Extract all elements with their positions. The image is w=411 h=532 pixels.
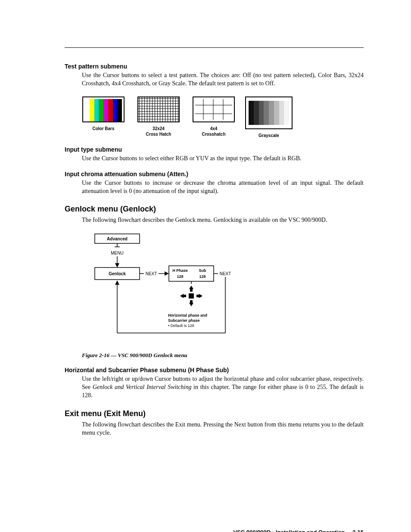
svg-rect-25 (189, 293, 194, 299)
body-input-type: Use the Cursor buttons to select either … (82, 155, 364, 163)
pattern-label: 4x4 Crosshatch (202, 126, 225, 137)
label-next-1: NEXT (146, 271, 157, 276)
svg-marker-13 (165, 271, 169, 276)
box-hphase-v1: 128 (177, 274, 183, 279)
box-genlock: Genlock (109, 271, 126, 276)
pattern-color-bars: Color Bars (82, 96, 125, 131)
pattern-label: Color Bars (92, 126, 114, 131)
svg-marker-29 (189, 303, 193, 306)
header-rule (65, 47, 364, 48)
box-advanced: Advanced (107, 236, 128, 241)
svg-rect-28 (190, 300, 193, 303)
crosshatch-4x4-image (193, 96, 235, 122)
body-genlock: The following flowchart describes the Ge… (82, 216, 364, 224)
body-input-chroma: Use the Cursor buttons to increase or de… (82, 179, 364, 196)
body-exit-menu: The following flowchart describes the Ex… (82, 421, 364, 437)
note-l2: Subcarrier phase (168, 318, 200, 323)
box-hphase-v2: 128 (199, 274, 206, 279)
box-hphase-l1: H Phase (172, 268, 188, 273)
page-footer: VSC 900/900D • Installation and Operatio… (233, 529, 364, 532)
body-test-pattern: Use the Cursor buttons to select a test … (82, 72, 364, 88)
footer-page-number: 2-15 (352, 529, 364, 532)
heading-input-chroma: Input chroma attenuation submenu (Atten.… (65, 171, 364, 177)
svg-marker-9 (115, 263, 119, 268)
svg-marker-19 (115, 280, 119, 285)
genlock-flowchart: Advanced MENU Genlock NEXT H Phase Sub 1… (82, 232, 364, 346)
heading-h-phase: Horizontal and Subcarrier Phase submenu … (65, 367, 364, 373)
body-h-phase: Use the left/right or up/down Cursor but… (82, 375, 364, 400)
pattern-grayscale: Grayscale (247, 96, 290, 138)
svg-rect-26 (196, 295, 199, 297)
svg-rect-24 (184, 295, 186, 297)
svg-marker-23 (180, 294, 184, 298)
test-pattern-gallery: Color Bars 32x24 Cross Hatch 4x4 Crossha… (82, 96, 364, 138)
pattern-label: 32x24 Cross Hatch (146, 126, 171, 137)
heading-exit-menu: Exit menu (Exit Menu) (65, 409, 364, 418)
svg-marker-21 (189, 286, 193, 289)
flowchart-svg: Advanced MENU Genlock NEXT H Phase Sub 1… (82, 232, 271, 344)
svg-rect-22 (190, 289, 193, 292)
pattern-32x24-crosshatch: 32x24 Cross Hatch (137, 96, 180, 137)
note-l1: Horizontal phase and (168, 313, 207, 317)
crosshatch-32x24-image (137, 96, 180, 122)
figure-caption: Figure 2-16 — VSC 900/900D Genlock menu (82, 352, 364, 359)
pattern-label: Grayscale (258, 133, 279, 138)
heading-input-type: Input type submenu (65, 146, 364, 153)
svg-marker-27 (199, 294, 202, 298)
label-next-2: NEXT (220, 271, 231, 276)
heading-genlock: Genlock menu (Genlock) (65, 205, 364, 214)
box-hphase-l2: Sub (199, 268, 207, 273)
footer-doc-title: VSC 900/900D • Installation and Operatio… (233, 529, 345, 532)
grayscale-image (245, 96, 293, 129)
body-h-phase-italic: Genlock and Vertical Interval Switching (93, 384, 192, 390)
pattern-4x4-crosshatch: 4x4 Crosshatch (192, 96, 235, 137)
color-bars-image (82, 96, 125, 122)
heading-test-pattern: Test pattern submenu (65, 63, 364, 70)
note-l3: • Default is 128 (168, 324, 194, 328)
label-menu: MENU (111, 251, 123, 255)
